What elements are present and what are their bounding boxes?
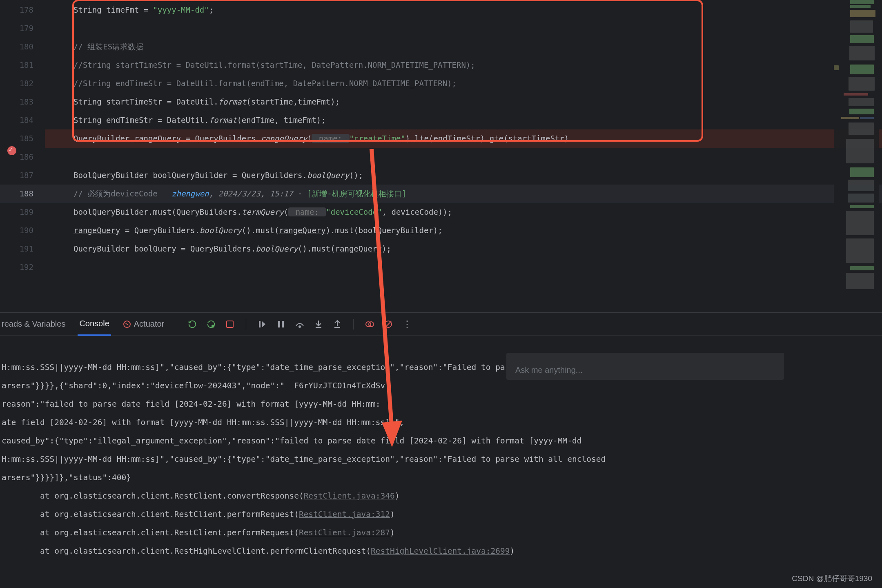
console-line: arsers"}}}},{"shard":0,"index":"devicefl… [2, 381, 385, 390]
comment: // 组装ES请求数据 [74, 42, 143, 51]
svg-rect-2 [227, 321, 233, 327]
console-line: caused_by":{"type":"illegal_argument_exc… [2, 436, 586, 445]
separator [246, 319, 246, 330]
rerun-debug-icon[interactable] [206, 319, 216, 330]
code-text: boolQueryBuilder.must(QueryBuilders. [74, 207, 242, 216]
string-literal: "yyyy-MM-dd" [153, 5, 209, 14]
code-text: BoolQueryBuilder boolQueryBuilder = Quer… [74, 171, 307, 180]
code-text: ( [307, 134, 312, 143]
code-text: (startTime,timeFmt); [246, 97, 340, 106]
console-line: reason":"failed to parse date field [202… [2, 399, 380, 409]
line-number: 189 [0, 203, 45, 221]
tab-threads-variables[interactable]: reads & Variables [0, 313, 67, 336]
stack-line: at org.elasticsearch.client.RestClient.p… [2, 510, 395, 519]
debug-panel: reads & Variables Console Actuator ⋮ H:m… [0, 312, 882, 588]
code-content[interactable]: String timeFmt = "yyyy-MM-dd"; // 组装ES请求… [45, 0, 882, 312]
line-number: 188 [0, 185, 45, 203]
code-text: String startTimeStr = DateUtil. [74, 97, 218, 106]
line-number: 185 [0, 129, 45, 148]
line-number: 184 [0, 111, 45, 129]
line-number: 180 [0, 38, 45, 56]
line-number: 190 [0, 221, 45, 240]
step-out-icon[interactable] [332, 319, 343, 330]
svg-point-1 [212, 325, 214, 327]
code-text: QueryBuilder boolQuery = QueryBuilders. [74, 244, 256, 253]
source-link[interactable]: RestClient.java:346 [304, 491, 395, 501]
stack-line: at org.elasticsearch.client.RestClient.c… [2, 491, 399, 501]
code-text: ; [209, 5, 214, 14]
method-call: format [218, 97, 247, 106]
vcs-author: zhengwen [172, 189, 209, 198]
code-text: ().must( [298, 244, 335, 253]
resume-icon[interactable] [257, 319, 267, 330]
line-number: 191 [0, 240, 45, 258]
code-text: = QueryBuilders. [120, 226, 199, 235]
mute-breakpoints-icon[interactable] [383, 319, 394, 330]
code-text: QueryBuilder [74, 134, 134, 143]
actuator-icon [123, 321, 131, 328]
source-link[interactable]: RestClient.java:287 [299, 528, 390, 537]
code-editor[interactable]: 178 179 180 181 182 183 184 185 186 187 … [0, 0, 882, 312]
method-call: boolQuery [200, 226, 242, 235]
svg-marker-4 [262, 321, 265, 327]
source-link[interactable]: RestHighLevelClient.java:2699 [371, 546, 510, 556]
svg-line-15 [385, 321, 391, 327]
source-link[interactable]: RestClient.java:312 [299, 510, 390, 519]
stop-icon[interactable] [225, 319, 235, 330]
variable: rangeQuery [335, 244, 382, 253]
tab-console[interactable]: Console [78, 313, 111, 336]
code-text: ).must(boolQueryBuilder); [326, 226, 443, 235]
string-literal: "deviceCode" [326, 207, 382, 216]
code-text: (); [349, 171, 363, 180]
parameter-hint: name: [312, 134, 349, 143]
line-number: 186 [0, 148, 45, 166]
code-text: , [209, 189, 218, 198]
ask-input[interactable]: Ask me anything... [506, 353, 784, 380]
rerun-icon[interactable] [187, 319, 198, 330]
line-number-gutter: 178 179 180 181 182 183 184 185 186 187 … [0, 0, 45, 312]
variable: rangeQuery [74, 226, 120, 235]
tab-label: Actuator [134, 319, 164, 329]
method-call: format [209, 116, 237, 125]
step-into-icon[interactable] [313, 319, 324, 330]
line-number: 182 [0, 74, 45, 93]
string-literal: "createTime" [350, 134, 405, 143]
method-call: termQuery [242, 207, 284, 216]
console-line: H:mm:ss.SSS||yyyy-MM-dd HH:mm:ss]","caus… [2, 454, 610, 464]
comment: //String startTimeStr = DateUtil.format(… [74, 60, 475, 69]
view-breakpoints-icon[interactable] [364, 319, 375, 330]
line-number: 183 [0, 93, 45, 111]
svg-point-7 [299, 326, 301, 327]
pause-icon[interactable] [276, 319, 286, 330]
line-number: 187 [0, 166, 45, 185]
more-icon[interactable]: ⋮ [402, 319, 412, 330]
svg-rect-5 [278, 321, 280, 327]
parameter-hint: name: [288, 207, 326, 216]
method-call: rangeQuery [261, 134, 307, 143]
debug-tabs: reads & Variables Console Actuator ⋮ [0, 313, 882, 336]
code-text: ).lte(endTimeStr).gte(startTimeStr) [405, 134, 569, 143]
stack-line: at org.elasticsearch.client.RestHighLeve… [2, 546, 514, 556]
code-text: ( [284, 207, 288, 216]
step-over-icon[interactable] [294, 319, 305, 330]
line-number: 192 [0, 258, 45, 276]
code-text: (endTime, timeFmt); [237, 116, 325, 125]
stack-line: at org.elasticsearch.client.RestClient.p… [2, 528, 395, 537]
comment: //String endTimeStr = DateUtil.format(en… [74, 79, 457, 88]
vcs-message: [新增-机房可视化机柜接口] [307, 189, 406, 198]
svg-rect-3 [259, 321, 261, 327]
debug-toolbar: ⋮ [187, 319, 412, 330]
code-text: ().must( [242, 226, 279, 235]
line-number: 178 [0, 1, 45, 19]
variable: rangeQuery [134, 134, 181, 143]
comment: // 必须为deviceCode [74, 189, 172, 198]
code-text: = QueryBuilders. [181, 134, 260, 143]
console-output[interactable]: H:mm:ss.SSS||yyyy-MM-dd HH:mm:ss]","caus… [0, 336, 882, 588]
watermark: CSDN @肥仔哥哥1930 [792, 573, 872, 584]
console-line: ate field [2024-02-26] with format [yyyy… [2, 418, 404, 427]
editor-minimap[interactable] [834, 0, 879, 310]
tab-actuator[interactable]: Actuator [122, 313, 166, 336]
variable: rangeQuery [279, 226, 325, 235]
method-call: boolQuery [256, 244, 298, 253]
breakpoint-icon[interactable] [7, 146, 16, 155]
